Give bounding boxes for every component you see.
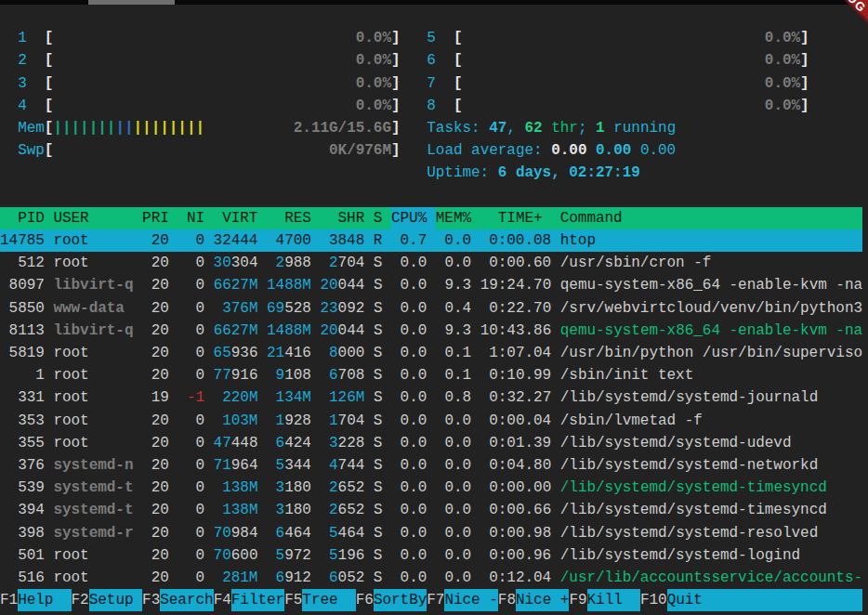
svg-text:DEBUG: DEBUG [823,0,868,16]
